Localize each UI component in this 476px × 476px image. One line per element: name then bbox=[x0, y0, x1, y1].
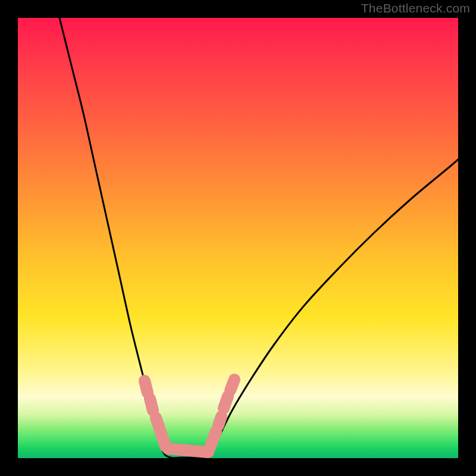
plot-area bbox=[18, 18, 458, 458]
right-curve-line bbox=[209, 159, 458, 458]
page-frame: TheBottleneck.com bbox=[0, 0, 476, 476]
ridge-segment-5 bbox=[218, 416, 221, 425]
ridge-segment-1 bbox=[150, 399, 153, 411]
watermark-text: TheBottleneck.com bbox=[361, 1, 470, 15]
ridge-segment-2 bbox=[156, 418, 165, 446]
chart-svg bbox=[18, 18, 458, 458]
ridge-segment-6 bbox=[224, 396, 228, 408]
left-curve-line bbox=[60, 18, 173, 458]
ridge-segment-0 bbox=[145, 381, 148, 393]
ridge-segment-7 bbox=[230, 380, 234, 390]
ridge-marker-group bbox=[145, 380, 234, 452]
ridge-segment-4 bbox=[210, 431, 216, 447]
ridge-segment-3 bbox=[168, 449, 208, 452]
